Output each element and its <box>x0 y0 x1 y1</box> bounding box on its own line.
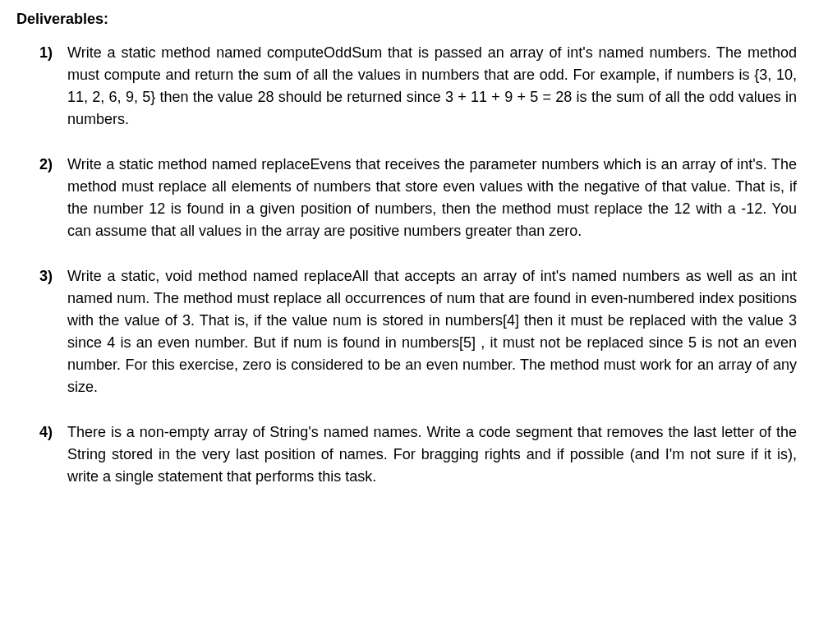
list-item: 3) Write a static, void method named rep… <box>39 265 797 398</box>
deliverables-heading: Deliverables: <box>16 8 797 30</box>
item-number: 2) <box>39 154 53 176</box>
item-number: 4) <box>39 421 53 444</box>
item-number: 1) <box>39 42 53 64</box>
deliverables-list: 1) Write a static method named computeOd… <box>16 42 797 488</box>
list-item: 1) Write a static method named computeOd… <box>39 42 797 131</box>
item-text: There is a non-empty array of String's n… <box>67 424 797 485</box>
item-text: Write a static, void method named replac… <box>67 268 797 395</box>
list-item: 2) Write a static method named replaceEv… <box>39 154 797 242</box>
item-number: 3) <box>39 265 53 288</box>
item-text: Write a static method named replaceEvens… <box>67 156 797 239</box>
item-text: Write a static method named computeOddSu… <box>67 44 797 127</box>
list-item: 4) There is a non-empty array of String'… <box>39 421 797 488</box>
